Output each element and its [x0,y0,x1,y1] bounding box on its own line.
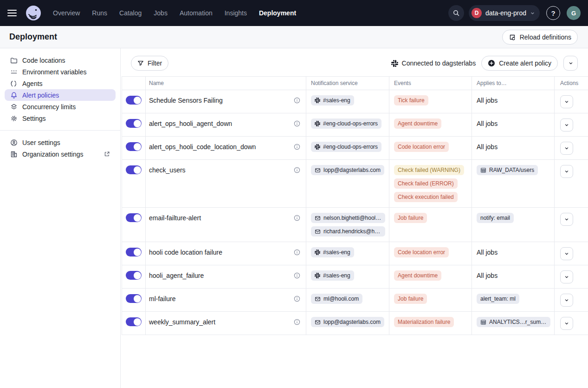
alert-policy-name: alert_ops_hooli_code_location_down [149,143,256,151]
notification-chip: #sales-eng [311,95,354,105]
event-chip: Tick failure [394,95,428,105]
sidebar-item-label: User settings [22,139,60,146]
row-actions-button[interactable] [560,317,573,330]
filter-funnel-icon [137,60,144,66]
external-link-icon [104,151,110,157]
info-icon[interactable] [294,319,300,325]
sidebar-item-settings[interactable]: Settings [5,112,116,124]
event-chip: Job failure [394,213,427,223]
row-actions-button[interactable] [560,142,573,155]
info-icon[interactable] [294,167,300,173]
row-actions-button[interactable] [560,165,573,178]
sidebar-item-agents[interactable]: Agents [5,78,116,89]
info-icon-glyph [294,144,300,150]
info-icon[interactable] [294,249,300,256]
name-cell: weekly_summary_alert [146,312,306,335]
alert-policy-name: check_users [149,166,186,174]
info-icon-glyph [294,249,300,256]
row-actions-button[interactable] [560,213,573,226]
info-icon[interactable] [294,215,300,221]
agents-icon [10,80,18,87]
applies-to-text: All jobs [477,265,554,279]
nav-insights[interactable]: Insights [225,9,247,17]
bell-icon [10,92,18,99]
table-row: weekly_summary_alert lopp@dagsterlabs.co… [122,312,588,335]
info-icon-glyph [294,97,300,104]
alert-enabled-toggle[interactable] [126,119,142,128]
info-icon-glyph [294,120,300,127]
info-icon[interactable] [294,120,300,127]
actions-cell [555,208,588,242]
table-row: alert_ops_hooli_code_location_down #eng-… [122,137,588,160]
table-row: Schedule Sensors Failing #sales-eng Tick… [122,90,588,113]
user-avatar[interactable]: G [567,6,581,20]
applies-to-cell: All jobs [472,90,555,113]
event-chip-label: Agent downtime [398,272,438,279]
dagster-logo-icon[interactable] [25,5,42,21]
col-name: Name [146,77,306,90]
sidebar-item-user-settings[interactable]: User settings [5,137,116,148]
help-button[interactable]: ? [546,6,560,20]
toggle-cell [122,137,146,159]
notification-service-cell: #sales-eng [306,90,389,113]
alert-enabled-toggle[interactable] [126,317,142,326]
filter-label: Filter [148,59,162,67]
alert-enabled-toggle[interactable] [126,96,142,105]
nav-automation[interactable]: Automation [180,9,213,17]
name-cell: ml-failure [146,289,306,311]
nav-runs[interactable]: Runs [92,9,107,17]
notification-chip: #eng-cloud-ops-errors [311,142,381,152]
nav-deployment[interactable]: Deployment [259,9,296,17]
layers-icon [10,103,18,111]
col-notification-service: Notification service [306,77,389,90]
alert-enabled-toggle[interactable] [126,271,142,280]
primary-nav: Overview Runs Catalog Jobs Automation In… [53,9,296,17]
nav-jobs[interactable]: Jobs [154,9,168,17]
info-icon[interactable] [294,272,300,279]
search-button[interactable] [448,5,464,21]
alert-enabled-toggle[interactable] [126,294,142,303]
applies-to-cell: notify: email [472,208,555,242]
alert-enabled-toggle[interactable] [126,248,142,256]
nav-overview[interactable]: Overview [53,9,80,17]
alert-policy-name: hooli code location failure [149,249,222,256]
table-row: hooli_agent_failure #sales-eng Agent dow… [122,265,588,289]
create-policy-menu-button[interactable] [563,56,578,71]
notification-chip-label: ml@hooli.com [323,296,359,302]
notification-service-cell: nelson.bighetti@hooli.co…richard.hendric… [306,208,389,242]
row-actions-button[interactable] [560,294,573,307]
chevron-down-icon [564,274,569,280]
info-icon[interactable] [294,144,300,150]
reload-definitions-button[interactable]: Reload definitions [502,30,578,45]
name-cell: alert_ops_hooli_code_location_down [146,137,306,159]
nav-catalog[interactable]: Catalog [119,9,142,17]
create-alert-policy-button[interactable]: Create alert policy [481,56,558,71]
applies-to-cell: alert_team: ml [472,289,555,311]
sidebar-item-concurrency-limits[interactable]: Concurrency limits [5,101,116,112]
info-icon[interactable] [294,97,300,104]
sidebar-item-code-locations[interactable]: Code locations [5,54,116,66]
info-icon[interactable] [294,296,300,302]
toggle-cell [122,90,146,113]
hamburger-menu-icon[interactable] [7,7,19,19]
alert-enabled-toggle[interactable] [126,142,142,151]
sidebar-item-environment-variables[interactable]: Environment variables [5,66,116,78]
filter-button[interactable]: Filter [131,56,168,71]
question-mark-icon: ? [551,9,555,17]
event-chip-label: Code location error [398,249,445,256]
sidebar-item-alert-policies[interactable]: Alert policies [5,89,116,101]
alert-enabled-toggle[interactable] [126,165,142,174]
sidebar-item-organization-settings[interactable]: Organization settings [5,148,116,160]
row-actions-button[interactable] [560,95,573,108]
info-icon-glyph [294,167,300,173]
applies-to-chip-label: notify: email [480,215,510,221]
row-actions-button[interactable] [560,270,573,283]
chevron-down-icon [564,99,569,105]
alert-enabled-toggle[interactable] [126,213,142,222]
info-icon-glyph [294,319,300,325]
deployment-switcher[interactable]: D data-eng-prod [469,5,540,21]
table-row: ml-failure ml@hooli.com Job failure aler… [122,289,588,312]
row-actions-button[interactable] [560,118,573,132]
applies-to-cell: All jobs [472,265,555,288]
row-actions-button[interactable] [560,247,573,260]
